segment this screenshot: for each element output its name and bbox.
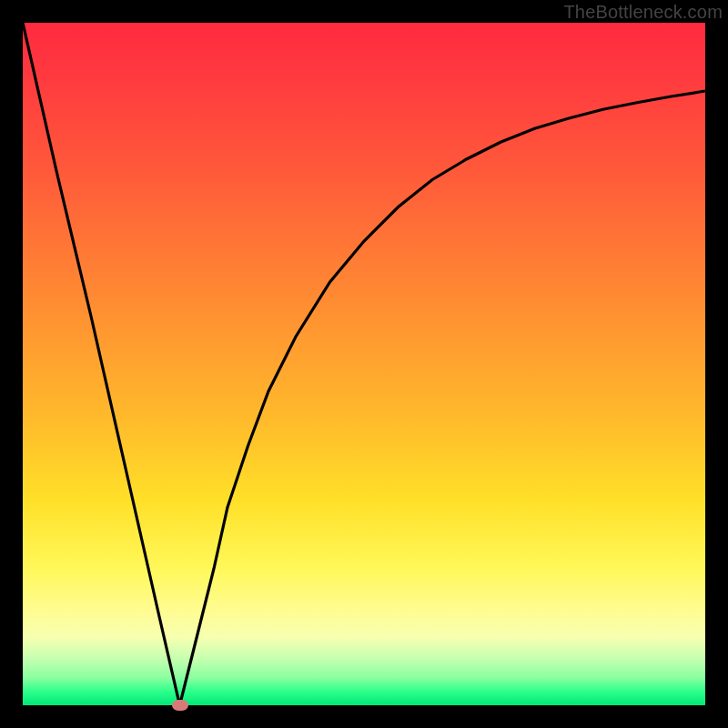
curve-svg bbox=[23, 23, 705, 705]
min-point-marker bbox=[172, 700, 188, 711]
chart-container: TheBottleneck.com bbox=[0, 0, 728, 728]
watermark-text: TheBottleneck.com bbox=[563, 2, 723, 23]
plot-area bbox=[23, 23, 705, 705]
bottleneck-curve bbox=[23, 23, 705, 705]
